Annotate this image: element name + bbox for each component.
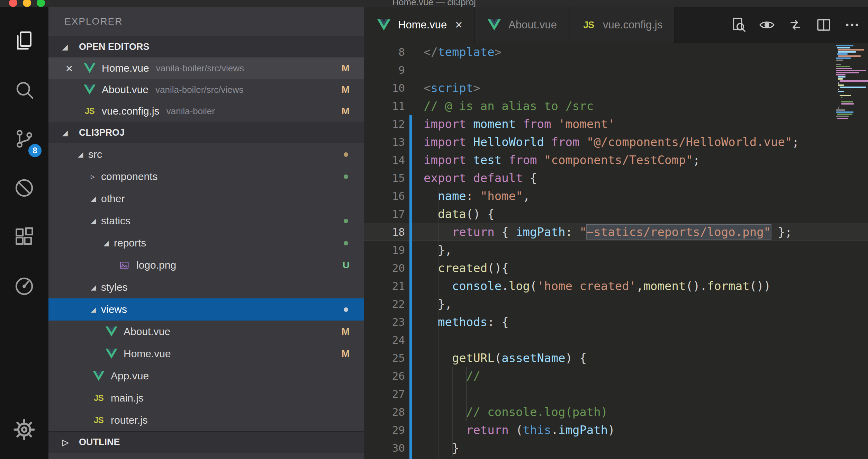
git-gutter xyxy=(405,43,417,61)
code-line[interactable]: 27 xyxy=(364,385,868,403)
git-gutter xyxy=(405,115,417,133)
tree-item-styles[interactable]: ◢styles xyxy=(48,276,364,298)
code-line[interactable]: 30 } xyxy=(364,439,868,457)
tree-item-app.vue[interactable]: App.vue xyxy=(48,365,364,387)
code-line[interactable]: 17 data() { xyxy=(364,205,868,223)
line-number: 12 xyxy=(364,115,405,133)
tab-about.vue[interactable]: About.vue xyxy=(474,7,569,43)
twistie-icon: ▹ xyxy=(91,172,101,181)
debug-disabled-icon[interactable] xyxy=(0,163,48,213)
item-name: App.vue xyxy=(111,370,149,382)
code-line[interactable]: 16 name: "home", xyxy=(364,187,868,205)
tree-item-main.js[interactable]: JSmain.js xyxy=(48,387,364,409)
minimap-line xyxy=(836,111,853,113)
code-line[interactable]: 25 getURL(assetName) { xyxy=(364,349,868,367)
minimap-line xyxy=(838,78,843,80)
code-line[interactable]: 20 created(){ xyxy=(364,259,868,277)
item-name: styles xyxy=(101,281,128,293)
code-text: }, xyxy=(417,241,452,259)
minimap-line xyxy=(840,87,866,88)
item-name: components xyxy=(101,171,157,182)
git-gutter xyxy=(405,349,417,367)
close-editor-icon[interactable]: × xyxy=(66,62,82,75)
source-control-icon[interactable]: 8 xyxy=(0,114,48,163)
code-line[interactable]: 10<script> xyxy=(364,79,868,97)
open-changes-icon[interactable] xyxy=(787,17,804,33)
open-preview-icon[interactable] xyxy=(759,17,775,33)
vue-file-icon xyxy=(103,326,119,337)
code-line[interactable]: 28 // console.log(path) xyxy=(364,403,868,421)
scm-badge: 8 xyxy=(28,144,42,157)
tree-item-other[interactable]: ◢other xyxy=(48,188,364,210)
code-text: // console.log(path) xyxy=(417,403,608,421)
minimap-line xyxy=(837,53,848,55)
search-icon[interactable] xyxy=(0,65,48,114)
minimap-line xyxy=(838,51,856,53)
open-editor-about.vue[interactable]: About.vuevanila-boiler/src/viewsM xyxy=(48,79,364,100)
more-actions-icon[interactable] xyxy=(844,17,860,33)
minimap-line xyxy=(836,66,850,67)
minimap-line xyxy=(841,103,854,105)
tree-item-logo.png[interactable]: logo.pngU xyxy=(48,254,364,276)
code-line[interactable]: 9 xyxy=(364,61,868,79)
code-line[interactable]: 31 } xyxy=(364,457,868,459)
tab-vue.config.js[interactable]: JSvue.config.js xyxy=(569,7,675,43)
open-editor-vue.config.js[interactable]: JSvue.config.jsvanila-boilerM xyxy=(48,100,364,122)
section-header-outline[interactable]: ▷ OUTLINE xyxy=(48,431,364,453)
section-header-project[interactable]: ◢ CLI3PROJ xyxy=(48,122,364,143)
gauge-icon[interactable] xyxy=(0,262,48,311)
code-text xyxy=(417,385,424,403)
code-line[interactable]: 24 xyxy=(364,331,868,349)
code-line[interactable]: 23 methods: { xyxy=(364,313,868,331)
minimap[interactable] xyxy=(835,43,868,459)
extensions-icon[interactable] xyxy=(0,213,48,262)
vue-file-icon xyxy=(376,19,392,31)
tree-item-views[interactable]: ◢views xyxy=(48,298,364,321)
code-text: export default { xyxy=(417,169,537,187)
code-line[interactable]: 19 }, xyxy=(364,241,868,259)
find-in-file-icon[interactable] xyxy=(730,17,747,33)
tree-item-reports[interactable]: ◢reports xyxy=(48,232,364,254)
tree-item-src[interactable]: ◢src xyxy=(48,143,364,165)
settings-gear-icon[interactable] xyxy=(0,405,48,454)
tree-item-about.vue[interactable]: About.vueM xyxy=(48,321,364,343)
split-editor-icon[interactable] xyxy=(815,17,832,33)
code-line[interactable]: 15export default { xyxy=(364,169,868,187)
twistie-icon: ◢ xyxy=(62,129,73,137)
close-tab-icon[interactable]: × xyxy=(455,18,462,32)
code-line[interactable]: 26 // xyxy=(364,367,868,385)
code-editor[interactable]: 8</template>910<script>11// @ is an alia… xyxy=(364,43,868,459)
section-header-open-editors[interactable]: ◢ OPEN EDITORS xyxy=(48,36,364,57)
tree-item-router.js[interactable]: JSrouter.js xyxy=(48,409,364,431)
code-line[interactable]: 14import test from "components/TestComp"… xyxy=(364,151,868,169)
tree-item-components[interactable]: ▹components xyxy=(48,165,364,188)
tree-item-home.vue[interactable]: Home.vueM xyxy=(48,343,364,365)
minimap-line xyxy=(836,64,841,65)
code-line[interactable]: 18 return { imgPath: "~statics/reports/l… xyxy=(364,223,868,241)
code-line[interactable]: 11// @ is an alias to /src xyxy=(364,97,868,115)
line-number: 29 xyxy=(364,421,405,439)
open-editor-home.vue[interactable]: ×Home.vuevanila-boiler/src/viewsM xyxy=(48,57,364,79)
code-line[interactable]: 12import moment from 'moment' xyxy=(364,115,868,133)
code-line[interactable]: 8</template> xyxy=(364,43,868,61)
minimap-line xyxy=(838,49,864,51)
vue-file-icon xyxy=(103,349,119,359)
minimap-line xyxy=(836,57,851,59)
code-line[interactable]: 13import HelloWorld from "@/components/H… xyxy=(364,133,868,151)
code-text: getURL(assetName) { xyxy=(417,349,587,367)
code-line[interactable]: 29 return (this.imgPath) xyxy=(364,421,868,439)
window-title: Home.vue — cli3proj xyxy=(0,0,868,7)
files-icon[interactable] xyxy=(0,16,48,65)
tree-item-statics[interactable]: ◢statics xyxy=(48,210,364,232)
indent-guide xyxy=(466,367,467,421)
git-gutter xyxy=(405,151,417,169)
minimap-line xyxy=(837,47,850,48)
git-gutter xyxy=(405,169,417,187)
code-line[interactable]: 21 console.log('home created',moment().f… xyxy=(364,277,868,295)
git-status-dot xyxy=(344,219,348,223)
tab-home.vue[interactable]: Home.vue× xyxy=(364,7,474,43)
minimap-line xyxy=(838,84,844,86)
code-line[interactable]: 22 }, xyxy=(364,295,868,313)
js-file-icon: JS xyxy=(91,393,107,403)
code-text: import moment from 'moment' xyxy=(417,115,615,133)
